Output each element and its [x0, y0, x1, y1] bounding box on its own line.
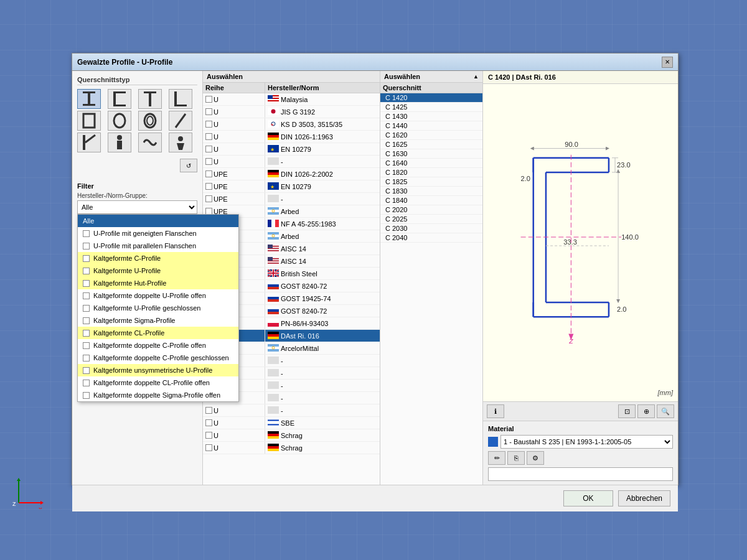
dropdown-item[interactable]: U-Profile mit geneigten Flanschen: [78, 227, 238, 240]
row-checkbox[interactable]: [205, 108, 212, 115]
row-checkbox[interactable]: [205, 146, 212, 152]
dropdown-item[interactable]: Kaltgeformte doppelte C-Profile geschlos…: [78, 352, 238, 364]
profile-icon-square[interactable]: [77, 111, 101, 131]
ok-button[interactable]: OK: [563, 490, 613, 506]
profile-icon-round-hollow[interactable]: [138, 111, 162, 131]
result-field[interactable]: C 1420 | DAst Ri. 016: [488, 467, 673, 481]
qs-list-item[interactable]: C 1420: [380, 93, 482, 103]
table-row[interactable]: U Schrag: [203, 442, 380, 454]
material-copy-button[interactable]: ⎘: [507, 451, 525, 465]
dropdown-item[interactable]: Kaltgeformte Hut-Profile: [78, 277, 238, 289]
table-row[interactable]: U Malaysia: [203, 93, 380, 106]
row-checkbox[interactable]: [205, 183, 212, 190]
dropdown-item[interactable]: Kaltgeformte doppelte Sigma-Profile offe…: [78, 389, 238, 401]
profile-icon-circle[interactable]: [108, 111, 131, 131]
dropdown-checkbox[interactable]: [83, 255, 90, 262]
dropdown-item[interactable]: Kaltgeformte doppelte CL-Profile offen: [78, 376, 238, 389]
dropdown-checkbox[interactable]: [83, 243, 90, 250]
dropdown-checkbox[interactable]: [83, 305, 90, 312]
profile-icon-t-beam[interactable]: [138, 89, 162, 109]
table-row[interactable]: U -: [203, 404, 380, 417]
row-checkbox[interactable]: [205, 419, 212, 426]
dropdown-checkbox[interactable]: [83, 367, 90, 374]
dropdown-checkbox[interactable]: [83, 268, 90, 274]
row-checkbox[interactable]: [205, 121, 212, 128]
dropdown-checkbox[interactable]: [83, 342, 90, 349]
qs-list-item[interactable]: C 1640: [380, 159, 482, 168]
profile-icon-angle-rafter[interactable]: [169, 111, 192, 131]
info-button[interactable]: ℹ: [487, 404, 504, 418]
row-checkbox[interactable]: [205, 444, 212, 451]
table-row[interactable]: U Schrag: [203, 429, 380, 442]
qs-list-item[interactable]: C 1830: [380, 187, 482, 196]
dropdown-item[interactable]: Kaltgeformte U-Profile: [78, 264, 238, 277]
dropdown-checkbox[interactable]: [83, 380, 90, 386]
dropdown-item[interactable]: Alle: [78, 215, 238, 227]
qs-list-item[interactable]: C 1820: [380, 168, 482, 177]
qs-list-item[interactable]: C 1430: [380, 112, 482, 121]
profile-icon-i-beam[interactable]: [77, 89, 101, 109]
profile-icon-person2[interactable]: [169, 133, 192, 152]
profile-icon-person[interactable]: [108, 133, 131, 152]
dropdown-checkbox[interactable]: [83, 392, 90, 399]
table-row[interactable]: U ★ EN 10279: [203, 143, 380, 156]
profile-icon-c-channel[interactable]: [108, 89, 131, 109]
dropdown-checkbox[interactable]: [83, 292, 90, 299]
qs-list-item[interactable]: C 1625: [380, 140, 482, 149]
table-row[interactable]: U ☯ KS D 3503, 3515/35: [203, 118, 380, 131]
table-row[interactable]: U JIS G 3192: [203, 106, 380, 118]
close-button[interactable]: ✕: [662, 57, 673, 68]
qs-list-item[interactable]: C 1630: [380, 149, 482, 159]
col-header-reihe[interactable]: Reihe: [203, 83, 265, 93]
dropdown-checkbox[interactable]: [83, 230, 90, 237]
dropdown-item[interactable]: Kaltgeformte unsymmetrische U-Profile: [78, 364, 238, 376]
table-row[interactable]: U -: [203, 156, 380, 168]
qs-list-item[interactable]: C 2020: [380, 205, 482, 215]
dropdown-checkbox[interactable]: [83, 330, 90, 337]
table-row[interactable]: UPE ★ EN 10279: [203, 180, 380, 193]
qs-list-item[interactable]: C 1620: [380, 131, 482, 140]
material-edit-button[interactable]: ✏: [488, 451, 505, 465]
table-row[interactable]: UPE -: [203, 193, 380, 205]
cancel-button[interactable]: Abbrechen: [618, 490, 670, 506]
qs-list-item[interactable]: C 2030: [380, 224, 482, 233]
qs-list-item[interactable]: C 1440: [380, 121, 482, 131]
qs-list-item[interactable]: C 2025: [380, 215, 482, 224]
zoom-fit-button[interactable]: ⊡: [618, 404, 636, 418]
dropdown-item[interactable]: Kaltgeformte C-Profile: [78, 252, 238, 264]
zoom-button[interactable]: ⊕: [637, 404, 655, 418]
profile-icon-l-angle[interactable]: [169, 89, 192, 109]
svg-text:x: x: [39, 505, 42, 509]
profile-icon-corner[interactable]: [77, 133, 101, 152]
qs-list-item[interactable]: C 2040: [380, 233, 482, 243]
hersteller-gruppe-select[interactable]: Alle: [77, 200, 197, 214]
row-checkbox[interactable]: [205, 170, 212, 177]
row-checkbox[interactable]: [205, 432, 212, 439]
profile-icon-wavy[interactable]: [138, 133, 162, 152]
qs-list-item[interactable]: C 1840: [380, 196, 482, 205]
table-row[interactable]: U DIN 1026-1:1963: [203, 131, 380, 143]
dropdown-item[interactable]: Kaltgeformte doppelte U-Profile offen: [78, 289, 238, 302]
row-checkbox[interactable]: [205, 158, 212, 165]
row-checkbox[interactable]: [205, 96, 212, 103]
material-settings-button[interactable]: ⚙: [527, 451, 544, 465]
dropdown-item[interactable]: Kaltgeformte Sigma-Profile: [78, 314, 238, 327]
dropdown-checkbox[interactable]: [83, 355, 90, 362]
row-checkbox[interactable]: [205, 407, 212, 414]
dropdown-item[interactable]: U-Profile mit parallelen Flanschen: [78, 240, 238, 252]
col-header-hersteller[interactable]: Hersteller/Norm: [265, 83, 380, 93]
material-select[interactable]: 1 - Baustahl S 235 | EN 1993-1-1:2005-05: [500, 435, 673, 449]
qs-list-item[interactable]: C 1825: [380, 177, 482, 187]
dropdown-item[interactable]: Kaltgeformte CL-Profile: [78, 327, 238, 339]
row-checkbox[interactable]: [205, 195, 212, 202]
qs-list-item[interactable]: C 1425: [380, 103, 482, 112]
table-row[interactable]: UPE DIN 1026-2:2002: [203, 168, 380, 180]
dropdown-checkbox[interactable]: [83, 317, 90, 324]
dropdown-item[interactable]: Kaltgeformte U-Profile geschlossen: [78, 302, 238, 314]
row-checkbox[interactable]: [205, 133, 212, 140]
table-row[interactable]: U SBE: [203, 417, 380, 429]
settings-button[interactable]: 🔍: [657, 404, 674, 418]
dropdown-item[interactable]: Kaltgeformte doppelte C-Profile offen: [78, 339, 238, 352]
dropdown-checkbox[interactable]: [83, 280, 90, 287]
reset-filter-button[interactable]: ↺: [180, 159, 197, 172]
